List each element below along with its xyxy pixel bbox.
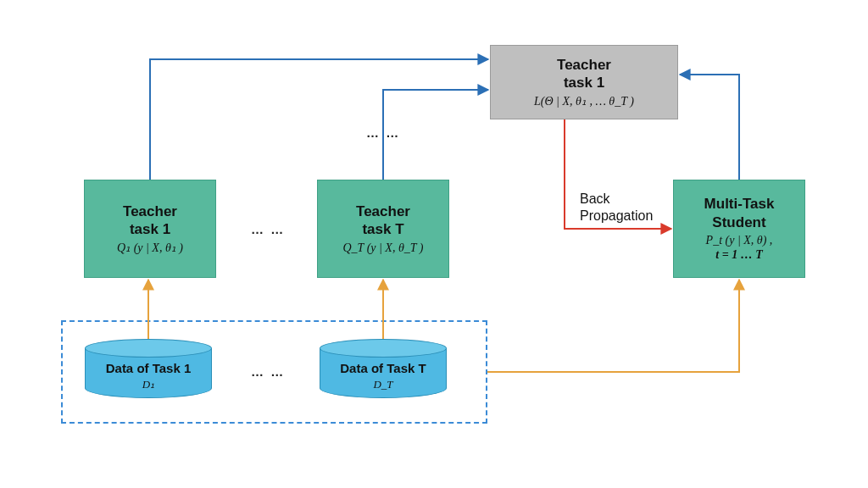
data-T-label: Data of Task T [320, 361, 447, 375]
student-title-2: Student [712, 214, 765, 231]
data-T-cylinder: Data of Task T D_T [320, 339, 447, 398]
backprop-label: Back Propagation [580, 191, 653, 225]
dots-top: … … [366, 125, 400, 140]
data-1-label: Data of Task 1 [85, 361, 212, 375]
data-1-cylinder: Data of Task 1 D₁ [85, 339, 212, 398]
loss-title-2: task 1 [564, 74, 604, 92]
loss-formula: L(Θ | X, θ₁ , … θ_T ) [534, 94, 634, 109]
student-title-1: Multi-Task [704, 195, 775, 213]
loss-title-1: Teacher [557, 56, 611, 74]
backprop-line-1: Back [580, 191, 653, 208]
student-formula-2: t = 1 … T [715, 247, 762, 263]
student-formula-1: P_t (y | X, θ) , [706, 233, 773, 248]
arrow-student-to-loss [680, 75, 739, 180]
backprop-line-2: Propagation [580, 208, 653, 225]
teacher-T-title-1: Teacher [356, 202, 410, 220]
arrow-data-to-student [487, 280, 739, 372]
teacher-1-title-1: Teacher [123, 202, 177, 220]
data-T-sub: D_T [320, 378, 447, 391]
dots-bottom: … … [251, 364, 285, 379]
teacher-1-title-2: task 1 [130, 220, 170, 238]
student-box: Multi-Task Student P_t (y | X, θ) , t = … [673, 180, 805, 278]
dots-mid: … … [251, 222, 285, 236]
arrow-teacher1-to-loss [150, 59, 488, 180]
teacher-T-formula: Q_T (y | X, θ_T ) [343, 241, 424, 256]
teacher-T-title-2: task T [362, 220, 403, 238]
loss-box: Teacher task 1 L(Θ | X, θ₁ , … θ_T ) [490, 45, 678, 119]
teacher-1-formula: Q₁ (y | X, θ₁ ) [117, 241, 183, 256]
data-1-sub: D₁ [85, 378, 212, 391]
teacher-1-box: Teacher task 1 Q₁ (y | X, θ₁ ) [84, 180, 216, 278]
teacher-T-box: Teacher task T Q_T (y | X, θ_T ) [317, 180, 449, 278]
